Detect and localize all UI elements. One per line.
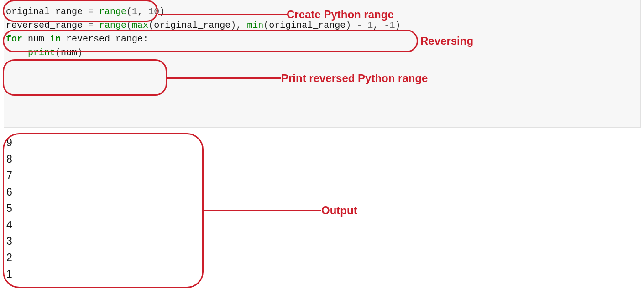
code-line-4: print(num): [6, 46, 637, 60]
output-line: 6: [6, 184, 244, 200]
output-line: 2: [6, 249, 244, 266]
code-line-1: original_range = range(1, 10): [6, 5, 637, 19]
page-root: { "code": { "line1": { "name1": "origina…: [0, 0, 644, 294]
code-line-3: for num in reversed_range:: [6, 32, 637, 46]
code-line-2: reversed_range = range(max(original_rang…: [6, 19, 637, 32]
output-block: 9 8 7 6 5 4 3 2 1: [4, 134, 244, 282]
output-line: 4: [6, 217, 244, 233]
output-line: 7: [6, 167, 244, 184]
output-line: 5: [6, 200, 244, 217]
code-block: original_range = range(1, 10) reversed_r…: [4, 0, 641, 128]
output-line: 8: [6, 151, 244, 167]
output-line: 3: [6, 233, 244, 249]
annotation-label-output: Output: [321, 204, 357, 217]
output-line: 1: [6, 266, 244, 282]
output-line: 9: [6, 134, 244, 151]
